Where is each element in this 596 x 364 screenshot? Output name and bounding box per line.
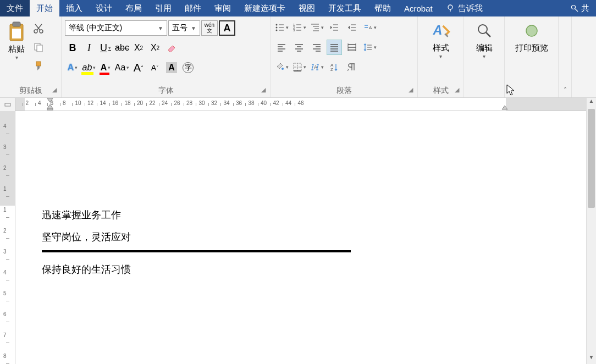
chevron-down-icon: ▾ xyxy=(93,65,96,70)
increase-indent-button[interactable] xyxy=(344,20,360,35)
font-group-label: 字体 ◢ xyxy=(65,84,267,97)
bullets-button[interactable]: ▾ xyxy=(274,20,289,35)
chevron-down-icon: ▾ xyxy=(15,54,18,60)
strikethrough-button[interactable]: abc xyxy=(114,40,130,56)
bullets-icon xyxy=(275,23,285,32)
styles-launcher-icon[interactable]: ◢ xyxy=(455,86,459,93)
menu-home[interactable]: 开始 xyxy=(30,0,59,16)
align-justify-icon xyxy=(329,42,339,52)
subscript-button[interactable]: X2 xyxy=(131,40,146,56)
document-line-1[interactable]: 迅速掌握业务工作 xyxy=(42,205,570,227)
print-preview-button[interactable]: 打印预览 xyxy=(510,19,554,56)
group-clipboard: 粘贴 ▾ 剪贴板 ◢ xyxy=(0,16,62,97)
align-distribute-button[interactable] xyxy=(344,40,360,55)
search-icon xyxy=(474,21,494,41)
menu-share[interactable]: 共 xyxy=(564,0,596,16)
font-name-select[interactable]: 等线 (中文正文) ▼ xyxy=(65,20,167,36)
svg-text:A: A xyxy=(314,64,317,70)
ruler-tick: 4 xyxy=(3,269,7,275)
edit-button[interactable]: 编辑 ▾ xyxy=(469,19,500,62)
ruler-tick: 42 xyxy=(273,100,279,106)
font-color-button[interactable]: A▾ xyxy=(98,60,113,75)
vertical-scrollbar[interactable]: ▲ ▼ xyxy=(586,98,596,364)
char-border-button[interactable]: A xyxy=(219,20,235,36)
multilevel-list-button[interactable]: ▾ xyxy=(309,20,324,35)
wen-bottom: 文 xyxy=(207,28,212,34)
scroll-down-icon[interactable]: ▼ xyxy=(587,354,596,364)
first-line-indent-marker[interactable] xyxy=(47,98,53,103)
grow-font-button[interactable]: A˄ xyxy=(131,60,146,75)
shrink-font-button[interactable]: A˅ xyxy=(147,60,163,75)
sort-button[interactable]: AZ xyxy=(327,59,342,75)
show-formatting-button[interactable] xyxy=(344,59,360,75)
change-case-button[interactable]: Aa▾ xyxy=(114,60,130,75)
styles-button[interactable]: A 样式 ▾ xyxy=(426,19,456,62)
edit-group-label xyxy=(467,85,501,97)
document-line-2[interactable]: 坚守岗位，灵活应对 xyxy=(42,227,570,249)
font-launcher-icon[interactable]: ◢ xyxy=(261,86,266,93)
menu-tellme[interactable]: 告诉我 xyxy=(439,0,489,16)
align-justify-button[interactable] xyxy=(327,40,342,55)
clear-format-button[interactable] xyxy=(164,40,179,56)
ruler-tick: 4 xyxy=(38,100,41,106)
ruler-tick: 2 xyxy=(26,100,29,106)
asian-layout-button[interactable]: A▾ xyxy=(362,20,377,35)
phonetic-guide-button[interactable]: wén 文 xyxy=(201,20,218,36)
format-painter-button[interactable] xyxy=(32,59,45,73)
scroll-up-icon[interactable]: ▲ xyxy=(587,98,596,108)
italic-button[interactable]: I xyxy=(81,40,97,56)
menu-review[interactable]: 审阅 xyxy=(208,0,238,16)
menu-view[interactable]: 视图 xyxy=(292,0,322,16)
ruler-corner xyxy=(0,98,15,111)
font-name-value: 等线 (中文正文) xyxy=(69,23,122,33)
cut-button[interactable] xyxy=(32,22,45,35)
enclose-char-button[interactable]: 字 xyxy=(180,60,196,75)
char-shading-button[interactable]: A xyxy=(164,60,179,75)
document-page[interactable]: 迅速掌握业务工作 坚守岗位，灵活应对 保持良好的生活习惯 xyxy=(15,139,596,364)
bold-button[interactable]: B xyxy=(65,40,80,56)
align-left-button[interactable] xyxy=(274,40,289,55)
line-spacing-icon xyxy=(363,42,373,52)
highlight-button[interactable]: ab▾ xyxy=(81,60,97,75)
menu-mailings[interactable]: 邮件 xyxy=(178,0,208,16)
menu-references[interactable]: 引用 xyxy=(148,0,178,16)
decrease-indent-button[interactable] xyxy=(327,20,342,35)
numbering-button[interactable]: 123▾ xyxy=(291,20,307,35)
snap-to-grid-button[interactable]: A▾ xyxy=(309,59,324,75)
align-right-button[interactable] xyxy=(309,40,324,55)
paragraph-launcher-icon[interactable]: ◢ xyxy=(409,86,413,93)
menu-file[interactable]: 文件 xyxy=(0,0,30,16)
svg-rect-72 xyxy=(5,103,10,106)
svg-rect-11 xyxy=(37,45,42,52)
preview-group-label xyxy=(508,85,555,97)
menu-devtools[interactable]: 开发工具 xyxy=(322,0,368,16)
text-effects-button[interactable]: A▾ xyxy=(65,60,80,75)
superscript-button[interactable]: X2 xyxy=(147,40,163,56)
font-size-select[interactable]: 五号 ▼ xyxy=(168,20,200,36)
document-line-3[interactable]: 保持良好的生活习惯 xyxy=(42,259,570,281)
line-spacing-button[interactable]: ▾ xyxy=(362,40,377,55)
paste-button[interactable]: 粘贴 ▾ xyxy=(3,19,30,63)
ribbon-collapse[interactable]: ˄ xyxy=(559,16,572,97)
align-center-button[interactable] xyxy=(291,40,307,55)
svg-rect-4 xyxy=(13,22,20,26)
underline-button[interactable]: U▾ xyxy=(98,40,113,56)
ruler-tick: 10 xyxy=(75,100,81,106)
h-ruler-scale[interactable]: 2468101214161820222426283032343638404244… xyxy=(15,98,596,111)
menu-newtab[interactable]: 新建选项卡 xyxy=(238,0,292,16)
menu-design[interactable]: 设计 xyxy=(89,0,119,16)
font-label-text: 字体 xyxy=(158,86,174,95)
right-indent-marker[interactable] xyxy=(501,105,508,111)
borders-button[interactable]: ▾ xyxy=(291,59,307,75)
menu-acrobat[interactable]: Acrobat xyxy=(398,0,439,16)
shading-button[interactable]: ▾ xyxy=(274,59,289,75)
clipboard-launcher-icon[interactable]: ◢ xyxy=(52,86,57,93)
copy-button[interactable] xyxy=(32,41,45,54)
menu-help[interactable]: 帮助 xyxy=(368,0,398,16)
scrollbar-thumb[interactable] xyxy=(588,109,595,208)
menu-insert[interactable]: 插入 xyxy=(59,0,89,16)
hanging-indent-marker[interactable] xyxy=(47,104,53,111)
ruler-vertical[interactable]: 432112345678 xyxy=(0,111,15,364)
menu-layout[interactable]: 布局 xyxy=(119,0,148,16)
svg-text:A: A xyxy=(432,23,442,37)
